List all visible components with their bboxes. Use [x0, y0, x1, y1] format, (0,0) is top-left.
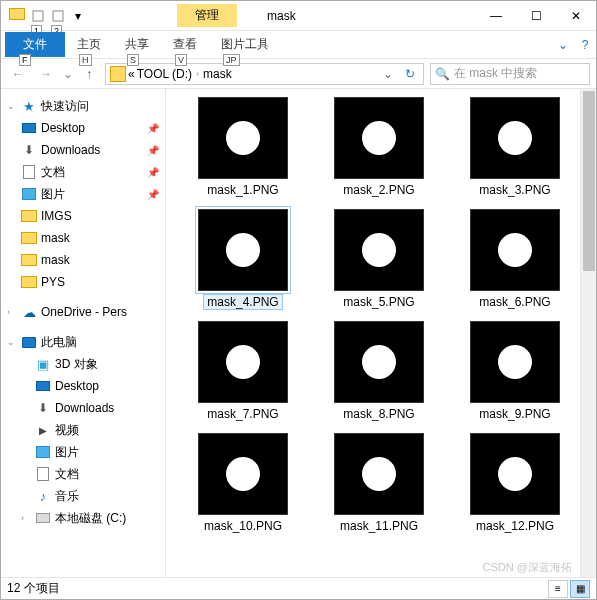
help-icon[interactable]: ?: [574, 38, 596, 52]
titlebar: 1 2 ▾ 管理 mask — ☐ ✕: [1, 1, 596, 31]
key-hint: F: [19, 54, 31, 66]
scrollbar-thumb[interactable]: [583, 91, 595, 271]
file-item[interactable]: mask_3.PNG: [450, 97, 580, 197]
circle-icon: [362, 457, 396, 491]
contextual-tab-manage[interactable]: 管理: [177, 4, 237, 27]
picture-tools-tab[interactable]: 图片工具 JP: [209, 32, 281, 57]
sidebar-item-onedrive[interactable]: ›OneDrive - Pers: [1, 301, 165, 323]
home-tab[interactable]: 主页 H: [65, 32, 113, 57]
view-icons-button[interactable]: ▦: [570, 580, 590, 598]
minimize-button[interactable]: —: [476, 2, 516, 30]
cloud-icon: [21, 304, 37, 320]
circle-icon: [362, 233, 396, 267]
sidebar: ⌄快速访问 Desktop📌 Downloads📌 文档📌 图片📌 IMGS m…: [1, 89, 166, 577]
qat-item-2[interactable]: 2: [49, 5, 67, 27]
file-item[interactable]: mask_1.PNG: [178, 97, 308, 197]
view-switcher: ≡ ▦: [548, 580, 590, 598]
pin-icon: 📌: [147, 145, 159, 156]
sidebar-item-music[interactable]: 音乐: [1, 485, 165, 507]
status-bar: 12 个项目 ≡ ▦: [1, 577, 596, 599]
qat-item-1[interactable]: 1: [29, 5, 47, 27]
view-tab[interactable]: 查看 V: [161, 32, 209, 57]
breadcrumb-part[interactable]: TOOL (D:): [137, 67, 192, 81]
file-item[interactable]: mask_5.PNG: [314, 209, 444, 309]
file-thumbnail: [470, 433, 560, 515]
sidebar-item-pys[interactable]: PYS: [1, 271, 165, 293]
circle-icon: [498, 233, 532, 267]
folder-icon: [21, 254, 37, 266]
file-grid: mask_1.PNGmask_2.PNGmask_3.PNGmask_4.PNG…: [178, 97, 596, 533]
app-icon: [5, 6, 25, 26]
file-name: mask_7.PNG: [207, 407, 278, 421]
qat-dropdown[interactable]: ▾: [69, 5, 87, 27]
key-hint: H: [79, 54, 92, 66]
ribbon: 文件 F 主页 H 共享 S 查看 V 图片工具 JP ⌄ ?: [1, 31, 596, 59]
sidebar-item-mask2[interactable]: mask: [1, 249, 165, 271]
maximize-button[interactable]: ☐: [516, 2, 556, 30]
picture-icon: [22, 188, 36, 200]
pin-icon: 📌: [147, 123, 159, 134]
key-hint: V: [175, 54, 187, 66]
file-thumbnail: [334, 97, 424, 179]
file-item[interactable]: mask_4.PNG: [178, 209, 308, 309]
file-thumbnail: [198, 97, 288, 179]
file-tab[interactable]: 文件 F: [5, 32, 65, 57]
search-input[interactable]: 🔍 在 mask 中搜索: [430, 63, 590, 85]
sidebar-item-videos[interactable]: 视频: [1, 419, 165, 441]
picture-icon: [36, 446, 50, 458]
file-thumbnail: [470, 209, 560, 291]
sidebar-item-pictures2[interactable]: 图片: [1, 441, 165, 463]
key-hint: JP: [223, 54, 240, 66]
file-item[interactable]: mask_2.PNG: [314, 97, 444, 197]
window-title: mask: [267, 9, 296, 23]
forward-button[interactable]: →: [35, 63, 57, 85]
sidebar-item-pictures[interactable]: 图片📌: [1, 183, 165, 205]
pc-icon: [22, 337, 36, 348]
ribbon-expand-icon[interactable]: ⌄: [552, 38, 574, 52]
sidebar-item-downloads2[interactable]: Downloads: [1, 397, 165, 419]
address-dropdown[interactable]: ⌄: [377, 67, 399, 81]
search-icon: 🔍: [435, 67, 450, 81]
address-bar[interactable]: « TOOL (D:) › mask ⌄ ↻: [105, 63, 424, 85]
up-button[interactable]: ↑: [79, 67, 99, 81]
file-item[interactable]: mask_6.PNG: [450, 209, 580, 309]
folder-icon: [21, 276, 37, 288]
file-item[interactable]: mask_12.PNG: [450, 433, 580, 533]
file-item[interactable]: mask_7.PNG: [178, 321, 308, 421]
breadcrumb-part[interactable]: mask: [203, 67, 232, 81]
circle-icon: [226, 457, 260, 491]
sidebar-item-quick-access[interactable]: ⌄快速访问: [1, 95, 165, 117]
quick-access-toolbar: 1 2 ▾: [29, 5, 87, 27]
history-dropdown[interactable]: ⌄: [63, 67, 73, 81]
sidebar-item-downloads[interactable]: Downloads📌: [1, 139, 165, 161]
file-thumbnail: [470, 321, 560, 403]
sidebar-item-desktop2[interactable]: Desktop: [1, 375, 165, 397]
view-details-button[interactable]: ≡: [548, 580, 568, 598]
file-item[interactable]: mask_10.PNG: [178, 433, 308, 533]
close-button[interactable]: ✕: [556, 2, 596, 30]
file-item[interactable]: mask_9.PNG: [450, 321, 580, 421]
file-item[interactable]: mask_11.PNG: [314, 433, 444, 533]
chevron-right-icon[interactable]: ›: [194, 69, 201, 79]
file-name: mask_6.PNG: [479, 295, 550, 309]
refresh-button[interactable]: ↻: [401, 67, 419, 81]
sidebar-item-this-pc[interactable]: ⌄此电脑: [1, 331, 165, 353]
breadcrumb-sep: «: [128, 67, 135, 81]
circle-icon: [226, 121, 260, 155]
circle-icon: [362, 121, 396, 155]
sidebar-item-documents2[interactable]: 文档: [1, 463, 165, 485]
sidebar-item-disk-c[interactable]: ›本地磁盘 (C:): [1, 507, 165, 529]
circle-icon: [498, 457, 532, 491]
share-tab[interactable]: 共享 S: [113, 32, 161, 57]
sidebar-item-mask[interactable]: mask: [1, 227, 165, 249]
file-name: mask_1.PNG: [207, 183, 278, 197]
sidebar-item-desktop[interactable]: Desktop📌: [1, 117, 165, 139]
sidebar-item-documents[interactable]: 文档📌: [1, 161, 165, 183]
sidebar-item-3d-objects[interactable]: 3D 对象: [1, 353, 165, 375]
circle-icon: [226, 233, 260, 267]
body: ⌄快速访问 Desktop📌 Downloads📌 文档📌 图片📌 IMGS m…: [1, 89, 596, 577]
scrollbar[interactable]: [580, 89, 596, 577]
sidebar-item-imgs[interactable]: IMGS: [1, 205, 165, 227]
file-name: mask_8.PNG: [343, 407, 414, 421]
file-item[interactable]: mask_8.PNG: [314, 321, 444, 421]
